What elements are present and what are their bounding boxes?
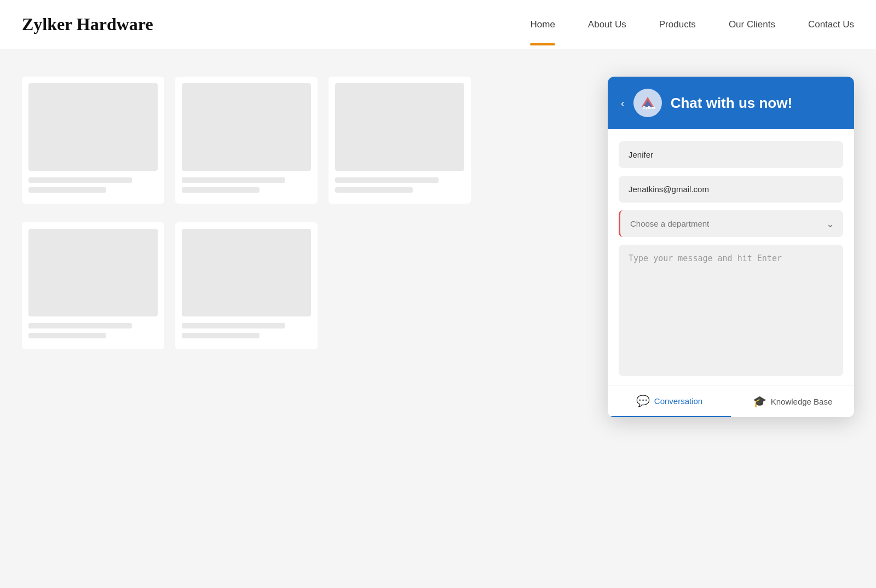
page-content — [0, 60, 493, 220]
chat-body: Choose a department Sales Support Billin… — [608, 129, 854, 349]
skeleton-card-3 — [328, 77, 471, 204]
nav-link-home[interactable]: Home — [530, 19, 555, 30]
nav-link-contact[interactable]: Contact Us — [808, 19, 854, 30]
skeleton-line — [182, 323, 285, 328]
chat-logo: Zylker — [633, 89, 662, 117]
nav-item-contact[interactable]: Contact Us — [808, 19, 854, 30]
nav-item-clients[interactable]: Our Clients — [729, 19, 775, 30]
nav-links: Home About Us Products Our Clients Conta… — [530, 19, 854, 30]
skeleton-image — [182, 229, 311, 316]
chat-title: Chat with us now! — [671, 95, 792, 112]
skeleton-line — [182, 333, 260, 338]
skeleton-line — [28, 187, 106, 193]
email-input[interactable] — [619, 176, 843, 203]
department-select-wrapper: Choose a department Sales Support Billin… — [619, 210, 843, 237]
chat-header: ‹ Zylker Chat with us now! — [608, 77, 854, 129]
skeleton-line — [28, 177, 132, 183]
skeleton-image — [28, 83, 158, 171]
skeleton-line — [182, 187, 260, 193]
brand[interactable]: Zylker Hardware — [22, 14, 530, 34]
skeleton-image — [28, 229, 158, 316]
skeleton-image — [335, 83, 464, 171]
skeleton-line — [182, 177, 285, 183]
skeleton-card-4 — [22, 222, 164, 349]
nav-link-clients[interactable]: Our Clients — [729, 19, 775, 30]
skeleton-row-2 — [0, 222, 493, 349]
skeleton-image — [182, 83, 311, 171]
zylker-logo-icon: Zylker — [637, 93, 658, 113]
skeleton-line — [28, 323, 132, 328]
nav-link-about[interactable]: About Us — [588, 19, 626, 30]
nav-link-products[interactable]: Products — [659, 19, 696, 30]
message-textarea[interactable] — [619, 245, 843, 349]
nav-item-products[interactable]: Products — [659, 19, 696, 30]
department-select[interactable]: Choose a department Sales Support Billin… — [619, 210, 843, 237]
skeleton-line — [335, 187, 413, 193]
skeleton-card-5 — [175, 222, 318, 349]
nav-item-about[interactable]: About Us — [588, 19, 626, 30]
chat-back-button[interactable]: ‹ — [621, 97, 625, 108]
svg-text:Zylker: Zylker — [643, 105, 656, 110]
name-input[interactable] — [619, 141, 843, 168]
skeleton-card-2 — [175, 77, 318, 204]
navbar: Zylker Hardware Home About Us Products O… — [0, 0, 876, 49]
chat-widget: ‹ Zylker Chat with us now! Choose a depa… — [608, 77, 854, 349]
skeleton-line — [335, 177, 439, 183]
skeleton-card-1 — [22, 77, 164, 204]
skeleton-line — [28, 333, 106, 338]
nav-item-home[interactable]: Home — [530, 19, 555, 30]
